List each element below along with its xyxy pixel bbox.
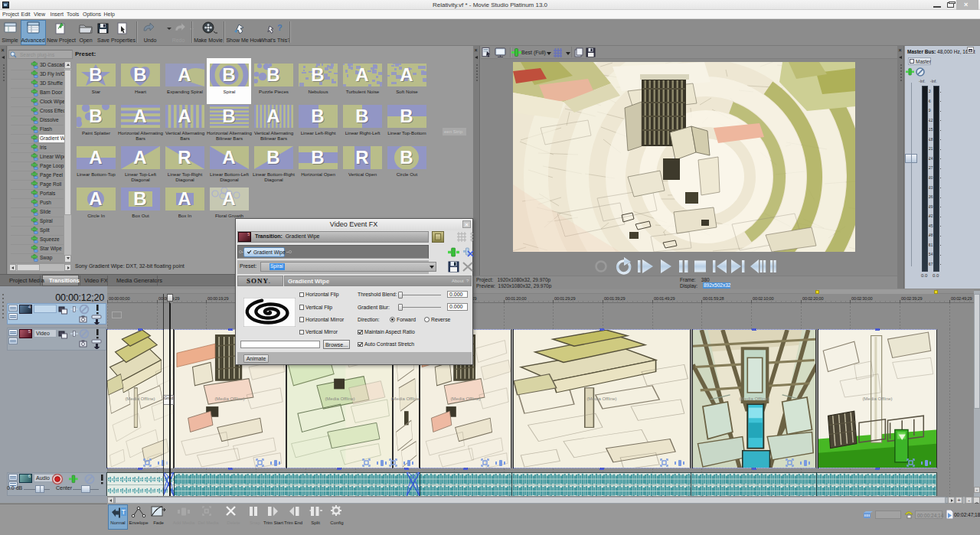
svg-text:B: B	[355, 106, 368, 126]
svg-text:A: A	[355, 64, 368, 85]
svg-text:B: B	[400, 106, 413, 126]
svg-text:B: B	[89, 64, 102, 85]
svg-text:A: A	[133, 106, 146, 126]
svg-text:B: B	[133, 188, 146, 209]
svg-text:A: A	[222, 147, 235, 168]
svg-text:A: A	[89, 147, 102, 168]
svg-text:A: A	[400, 64, 413, 85]
svg-text:?: ?	[277, 23, 283, 32]
svg-text:T: T	[122, 508, 126, 516]
svg-text:B: B	[400, 147, 413, 168]
svg-text:B: B	[222, 64, 235, 85]
svg-text:B: B	[133, 64, 146, 85]
svg-text:B: B	[311, 147, 324, 168]
svg-text:A: A	[266, 106, 279, 126]
svg-text:B: B	[266, 64, 279, 85]
svg-text:R: R	[178, 147, 191, 168]
svg-text:B: B	[311, 64, 324, 85]
svg-text:A: A	[178, 64, 191, 85]
svg-text:A: A	[133, 147, 146, 168]
svg-text:B: B	[89, 106, 102, 126]
svg-text:A: A	[178, 106, 191, 126]
svg-text:B: B	[311, 106, 324, 126]
svg-text:A: A	[89, 188, 102, 209]
svg-text:B: B	[222, 106, 235, 126]
svg-text:R: R	[355, 147, 368, 168]
svg-text:A: A	[178, 188, 191, 209]
svg-text:A: A	[222, 188, 235, 209]
svg-text:B: B	[266, 147, 279, 168]
